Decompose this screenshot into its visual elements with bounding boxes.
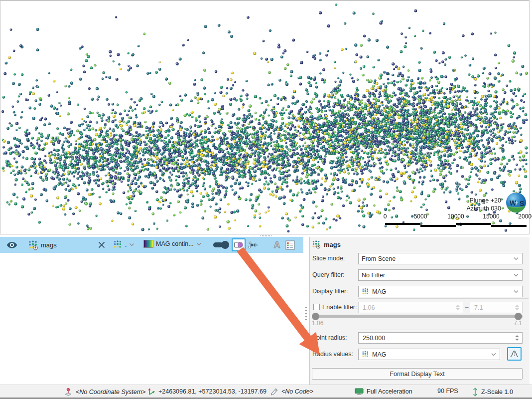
splitter-grip[interactable] <box>305 306 307 320</box>
decrease-point-size-button[interactable] <box>247 240 259 249</box>
points-icon <box>362 351 369 358</box>
slider-min-label: 1.06 <box>312 320 323 327</box>
scene-list-panel: mags . <box>0 237 303 385</box>
scene-item-label[interactable]: mags <box>41 241 57 249</box>
orientation-compass[interactable]: W + S <box>505 192 527 213</box>
points-icon <box>113 240 123 249</box>
status-bar: <No Coordinate System> +2463096.81, +572… <box>0 385 532 399</box>
slider-handle-max[interactable] <box>515 313 522 320</box>
chevron-down-icon <box>491 353 497 356</box>
colour-values-label: . <box>125 241 127 248</box>
remove-from-scene-button[interactable] <box>97 240 107 249</box>
filter-min-input[interactable]: 1.06 <box>358 302 463 313</box>
orientation-readout: Plunge +20 Azimuth 030 <box>434 197 501 212</box>
slider-max-label: 7.1 <box>514 320 522 327</box>
colourmap-dropdown[interactable]: MAG contin... <box>143 240 202 248</box>
gpu-monitor-icon <box>355 388 364 396</box>
colourmap-swatch-icon <box>143 240 153 248</box>
z-scale-status: Z-Scale 1.0 <box>472 388 513 397</box>
svg-text:S: S <box>520 200 524 207</box>
application-window: Plunge +20 Azimuth 030 0 5000 10000 1500… <box>0 0 532 399</box>
query-filter-select[interactable]: No Filter <box>358 269 523 281</box>
slice-mode-select[interactable]: From Scene <box>358 253 523 264</box>
display-filter-label: Display filter: <box>312 286 348 297</box>
scale-tick: 15000 <box>483 213 499 220</box>
scale-tick: 0 <box>384 213 387 220</box>
slice-mode-label: Slice mode: <box>312 253 345 264</box>
edit-pencil-icon <box>270 388 278 396</box>
chevron-down-icon <box>513 257 519 260</box>
visibility-button[interactable] <box>6 241 18 249</box>
colourmap-label: MAG contin... <box>156 240 194 247</box>
coordinate-system-status: <No Coordinate System> <box>64 388 145 397</box>
chevron-down-icon <box>129 243 134 246</box>
3d-viewport[interactable]: Plunge +20 Azimuth 030 0 5000 10000 1500… <box>0 0 530 234</box>
chevron-down-icon <box>513 290 519 293</box>
section-divider <box>358 330 529 330</box>
properties-panel: mags Slice mode: From Scene Query filter… <box>309 237 530 385</box>
close-x-icon <box>98 241 105 248</box>
scale-tick: 5000 <box>414 213 427 220</box>
radius-values-select[interactable]: MAG <box>358 349 500 360</box>
fps-status: 90 FPS <box>437 388 458 395</box>
shrink-points-icon <box>248 241 259 249</box>
spinner-arrows-icon[interactable] <box>514 305 520 310</box>
section-divider <box>358 298 529 299</box>
azimuth-readout: Azimuth 030 <box>434 205 501 213</box>
distribution-curve-icon <box>510 349 519 359</box>
slider-handle-min[interactable] <box>312 313 319 320</box>
points-icon <box>362 288 369 295</box>
points-icon <box>28 240 38 250</box>
cursor-coordinates-status: +2463096.81, +5723014.53, -13197.69 <box>147 388 266 396</box>
scale-tick: 10000 <box>447 213 464 220</box>
spinner-arrows-icon[interactable] <box>455 305 461 310</box>
chevron-down-icon <box>196 242 202 246</box>
colour-values-dropdown[interactable]: . <box>113 240 134 249</box>
scale-bar-segment <box>491 225 527 227</box>
point-radius-cylinder-icon <box>234 241 244 249</box>
point-radius-input[interactable]: 250.000 <box>358 332 523 344</box>
properties-title: mags <box>324 241 341 248</box>
code-status: <No Code> <box>270 388 313 396</box>
scale-bar-segment <box>385 223 420 225</box>
scale-bar-segment <box>420 225 456 227</box>
properties-header: mags <box>312 240 341 249</box>
xyz-axes-icon <box>147 388 155 396</box>
query-filter-label: Query filter: <box>312 269 345 281</box>
radius-values-label: Radius values: <box>312 349 353 360</box>
vertical-splitter[interactable] <box>303 237 309 385</box>
format-text-button[interactable]: A <box>271 239 282 250</box>
filter-range-slider[interactable] <box>312 315 523 318</box>
svg-text:+: + <box>515 200 518 206</box>
splitter-grip[interactable] <box>261 235 272 236</box>
letter-a-icon: A <box>272 240 282 250</box>
range-separator: – <box>464 302 470 313</box>
legend-button[interactable] <box>285 240 295 250</box>
spinner-arrows-icon[interactable] <box>514 335 520 341</box>
enable-filter-label: Enable filter: <box>322 302 357 313</box>
plunge-readout: Plunge +20 <box>434 197 501 205</box>
scale-bar-segment <box>456 223 491 225</box>
scene-row-toggle[interactable] <box>213 241 229 249</box>
coordinate-pin-icon <box>64 388 73 397</box>
scale-bar: 0 5000 10000 15000 20000 <box>383 212 530 228</box>
acceleration-status: Full Acceleration <box>355 388 412 396</box>
scale-tick: 20000 <box>518 213 532 220</box>
display-filter-select[interactable]: MAG <box>358 286 523 297</box>
chevron-down-icon <box>513 273 519 277</box>
legend-list-icon <box>285 240 295 250</box>
orientation-ball-icon: W + S <box>505 192 527 213</box>
scene-item-type-icon <box>28 240 38 250</box>
z-scale-arrows-icon <box>472 388 478 397</box>
point-radius-label: Point radius: <box>312 332 347 344</box>
enable-filter-checkbox[interactable] <box>313 304 320 310</box>
toggle-knob <box>221 241 229 249</box>
filter-max-input[interactable]: 7.1 <box>470 302 523 313</box>
format-display-text-button[interactable]: Format Display Text <box>312 368 523 380</box>
eye-icon <box>6 241 17 249</box>
svg-text:A: A <box>274 240 280 250</box>
point-radius-button-highlighted[interactable] <box>232 238 246 251</box>
scene-object-row-selected[interactable]: mags . <box>0 237 303 253</box>
radius-histogram-button-highlighted[interactable] <box>507 347 522 361</box>
points-icon <box>312 240 321 249</box>
